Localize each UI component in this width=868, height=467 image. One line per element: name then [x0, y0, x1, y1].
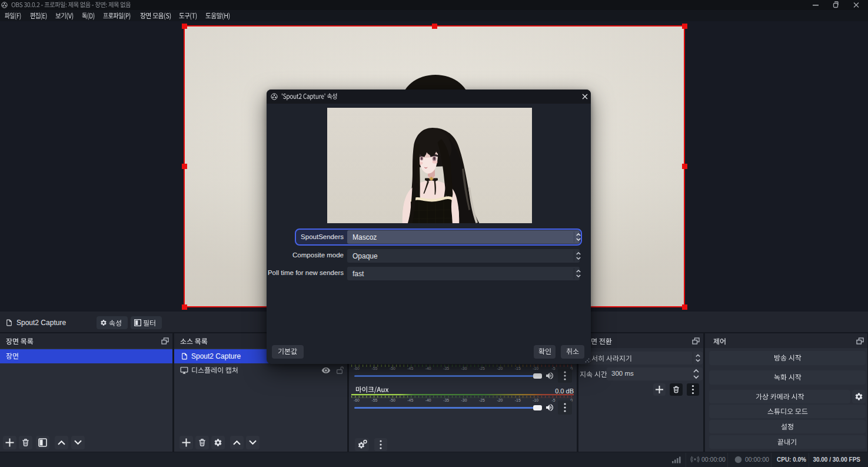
svg-text:-55: -55	[372, 398, 378, 402]
svg-text:-15: -15	[515, 366, 521, 370]
svg-text:-35: -35	[443, 366, 449, 370]
svg-text:-50: -50	[390, 366, 395, 370]
svg-text:-10: -10	[533, 398, 538, 402]
svg-text:-25: -25	[479, 398, 485, 402]
svg-text:-30: -30	[461, 398, 467, 402]
svg-text:-45: -45	[407, 398, 413, 402]
svg-text:-45: -45	[407, 366, 413, 370]
svg-text:-40: -40	[425, 366, 431, 370]
svg-text:-5: -5	[552, 398, 556, 402]
svg-text:-25: -25	[479, 366, 485, 370]
svg-text:-20: -20	[497, 366, 503, 370]
svg-text:-5: -5	[552, 366, 556, 370]
svg-text:-55: -55	[372, 366, 378, 370]
svg-text:-30: -30	[461, 366, 467, 370]
svg-text:-20: -20	[497, 398, 503, 402]
svg-text:-35: -35	[443, 398, 449, 402]
svg-text:-60: -60	[354, 366, 360, 370]
svg-text:-60: -60	[354, 398, 360, 402]
svg-text:-40: -40	[425, 398, 431, 402]
svg-text:-10: -10	[533, 366, 538, 370]
svg-text:-50: -50	[390, 398, 395, 402]
svg-text:-15: -15	[515, 398, 521, 402]
